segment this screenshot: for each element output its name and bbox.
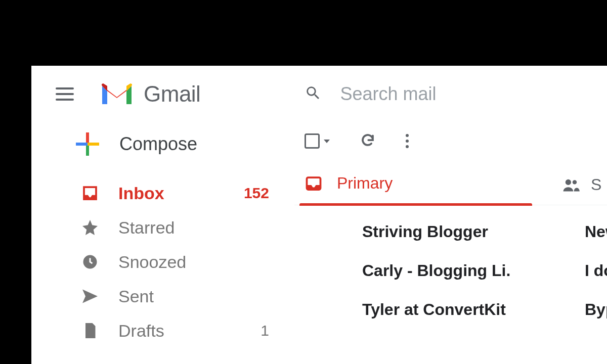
search-bar[interactable]: Search mail [305,83,436,105]
file-icon [80,321,100,341]
gmail-app: Gmail Search mail Compose Inbox 152 [31,66,607,364]
nav-label: Sent [118,287,274,306]
tab-label: S [591,175,601,194]
search-input[interactable]: Search mail [340,83,436,105]
sidebar-item-drafts[interactable]: Drafts 1 [41,313,294,348]
email-sender: Carly - Blogging Li. [362,261,554,280]
star-icon [80,217,100,238]
email-sender: Tyler at ConvertKit [362,300,554,319]
inbox-icon [80,183,100,203]
svg-point-3 [573,180,577,184]
sidebar-item-starred[interactable]: Starred [41,210,294,245]
sidebar: Compose Inbox 152 Starred Snoozed [31,127,294,348]
category-tabs: Primary S [294,165,607,205]
more-menu-button[interactable] [406,134,409,148]
toolbar [294,127,607,165]
main-panel: Primary S Striving Blogger New B Carly -… [294,127,607,348]
tab-social[interactable]: S [562,175,601,194]
nav-count: 152 [244,185,269,202]
plus-icon [76,132,99,156]
email-list: Striving Blogger New B Carly - Blogging … [294,205,607,329]
caret-down-icon [324,140,330,143]
sidebar-item-inbox[interactable]: Inbox 152 [41,176,294,210]
nav-label: Inbox [118,184,226,203]
checkbox-icon [305,133,320,149]
email-row[interactable]: Striving Blogger New B [294,212,607,251]
tab-primary[interactable]: Primary [299,165,532,205]
sidebar-item-sent[interactable]: Sent [41,279,294,313]
nav-count: 1 [261,322,269,339]
nav-label: Drafts [118,321,242,341]
compose-label: Compose [119,133,197,155]
email-subject: I don t [585,261,607,280]
sidebar-item-snoozed[interactable]: Snoozed [41,245,294,279]
select-all-checkbox[interactable] [305,133,330,149]
gmail-m-icon [99,81,135,107]
inbox-icon [305,174,323,193]
tab-label: Primary [337,174,393,193]
email-row[interactable]: Tyler at ConvertKit Bypas [294,290,607,329]
nav-label: Starred [118,218,274,238]
refresh-button[interactable] [360,132,375,150]
gmail-logo[interactable]: Gmail [99,81,200,107]
clock-icon [80,252,100,272]
email-sender: Striving Blogger [362,222,554,241]
main-menu-icon[interactable] [56,83,78,105]
compose-button[interactable]: Compose [41,127,294,176]
email-subject: Bypas [585,300,607,319]
email-row[interactable]: Carly - Blogging Li. I don t [294,251,607,290]
gmail-wordmark: Gmail [144,81,200,107]
send-icon [80,286,100,306]
search-icon[interactable] [305,84,322,104]
nav-label: Snoozed [118,252,274,272]
app-header: Gmail Search mail [31,66,607,127]
email-subject: New B [585,222,607,241]
people-icon [562,178,580,192]
svg-point-2 [566,179,571,185]
